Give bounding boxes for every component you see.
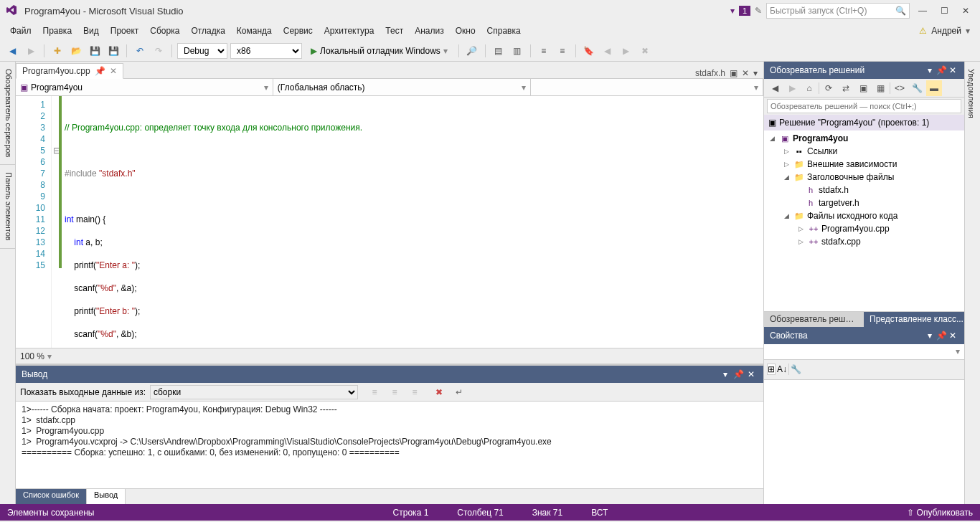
undo-button[interactable]: ↶ [132,43,148,59]
show-from-select[interactable]: сборки [150,385,358,399]
code-editor[interactable]: 123456789101112131415 ⊟ // Program4you.c… [16,96,763,348]
minimize-button[interactable]: — [914,3,931,19]
menu-edit[interactable]: Правка [37,24,78,38]
server-explorer-tab[interactable]: Обозреватель серверов [0,62,15,165]
menu-view[interactable]: Вид [77,24,105,38]
ext-deps-node[interactable]: ▷ 📁 Внешние зависимости [764,158,964,171]
publish-button[interactable]: ⇧ Опубликовать [907,508,973,518]
open-file-button[interactable]: 📂 [68,43,84,59]
pin-icon[interactable]: 📌 [95,66,105,76]
outdent-button[interactable]: ≡ [555,43,570,59]
preview-button[interactable]: ▬ [926,80,942,96]
menu-debug[interactable]: Отладка [185,24,230,38]
comment-button[interactable]: ▤ [491,43,507,59]
fwd-button[interactable]: ▶ [784,80,800,96]
hdr-folder-node[interactable]: ◢ 📁 Заголовочные файлы [764,171,964,184]
editor-tab-active[interactable]: Program4you.cpp 📌 ✕ [16,63,123,79]
refresh-button[interactable]: ⟳ [821,80,837,96]
categorize-button[interactable]: ⊞ [767,364,776,375]
expand-icon[interactable]: ▷ [784,161,791,168]
bookmark-button[interactable]: 🔖 [581,43,597,59]
hdr-file-node[interactable]: h targetver.h [764,196,964,209]
save-all-button[interactable]: 💾 [105,43,121,59]
find-button[interactable]: 🔎 [464,43,480,59]
bookmark-next-button[interactable]: ▶ [618,43,634,59]
expand-icon[interactable]: ◢ [770,135,777,142]
maximize-button[interactable]: ☐ [936,3,953,19]
goto-msg-button[interactable]: ≡ [407,385,423,399]
save-button[interactable]: 💾 [87,43,103,59]
panel-pin-icon[interactable]: 📌 [936,331,947,341]
sync-button[interactable]: ⇄ [838,80,854,96]
scope-combo[interactable]: ▣ Program4you ▾ [16,79,273,95]
nav-fwd-button[interactable]: ▶ [23,43,39,59]
home-button[interactable]: ⌂ [801,80,817,96]
func-combo[interactable]: ▾ [531,79,763,95]
bookmark-clear-button[interactable]: ✖ [637,43,653,59]
flag-icon[interactable]: ▾ [730,6,735,16]
feedback-icon[interactable]: ✎ [755,6,762,16]
cpp-file-node[interactable]: ▷ ++ stdafx.cpp [764,235,964,248]
goto-prev-button[interactable]: ≡ [367,385,382,399]
expand-icon[interactable]: ◢ [784,212,791,219]
expand-icon[interactable]: ▷ [798,238,806,245]
code-content[interactable]: // Program4you.cpp: определяет точку вхо… [62,96,763,348]
properties-button[interactable]: 🔧 [909,80,925,96]
show-all-button[interactable]: ▦ [872,80,888,96]
config-select[interactable]: Debug [177,43,227,59]
src-folder-node[interactable]: ◢ 📁 Файлы исходного кода [764,209,964,222]
output-body[interactable]: 1>------ Сборка начата: проект: Program4… [16,402,763,488]
menu-file[interactable]: Файл [4,24,37,38]
bookmark-prev-button[interactable]: ◀ [600,43,616,59]
goto-next-button[interactable]: ≡ [387,385,402,399]
expand-icon[interactable]: ▷ [798,225,806,232]
alpha-button[interactable]: A↓ [777,364,787,374]
promote-icon[interactable]: ▣ [730,68,738,78]
tab-error-list[interactable]: Список ошибок [16,489,87,504]
refs-node[interactable]: ▷ ▪▪ Ссылки [764,145,964,158]
menu-window[interactable]: Окно [450,24,481,38]
panel-close-icon[interactable]: ✕ [947,331,958,341]
view-code-button[interactable]: <> [892,80,908,96]
project-node[interactable]: ◢ ▣ Program4you [764,132,964,145]
expand-icon[interactable]: ◢ [784,174,791,181]
menu-test[interactable]: Тест [380,24,409,38]
redo-button[interactable]: ↷ [151,43,166,59]
menu-analyze[interactable]: Анализ [409,24,450,38]
output-close-icon[interactable]: ✕ [745,369,758,379]
tab-output[interactable]: Вывод [87,489,126,504]
nav-back-button[interactable]: ◀ [4,43,20,59]
output-pin-icon[interactable]: 📌 [732,369,745,379]
solution-line[interactable]: ▣ Решение "Program4you" (проектов: 1) [764,115,964,130]
start-debug-button[interactable]: ▶ Локальный отладчик Windows ▾ [305,43,453,59]
close-preview-icon[interactable]: ✕ [742,68,749,78]
panel-dropdown-icon[interactable]: ▾ [924,65,936,75]
uncomment-button[interactable]: ▥ [509,43,525,59]
hdr-file-node[interactable]: h stdafx.h [764,184,964,196]
clear-button[interactable]: ✖ [431,385,447,399]
close-button[interactable]: ✕ [957,3,974,19]
notifications-tab[interactable]: Уведомления [965,62,978,125]
user-name[interactable]: Андрей [931,26,961,36]
toolbox-tab[interactable]: Панель элементов [0,165,15,249]
new-project-button[interactable]: ✚ [50,43,65,59]
cpp-file-node[interactable]: ▷ ++ Program4you.cpp [764,222,964,235]
indent-button[interactable]: ≡ [536,43,552,59]
props-wrench-button[interactable]: 🔧 [791,364,801,374]
menu-team[interactable]: Команда [231,24,278,38]
tab-class-view[interactable]: Представление класс... [864,312,964,327]
menu-arch[interactable]: Архитектура [319,24,380,38]
menu-help[interactable]: Справка [481,24,527,38]
menu-build[interactable]: Сборка [144,24,185,38]
collapse-button[interactable]: ▣ [855,80,871,96]
notification-badge[interactable]: 1 [739,6,750,16]
member-combo[interactable]: (Глобальная область) ▾ [273,79,531,95]
tab-dropdown-icon[interactable]: ▾ [753,68,758,78]
tab-solution-explorer[interactable]: Обозреватель решен... [764,312,864,327]
wrap-button[interactable]: ↵ [451,385,467,399]
props-combo[interactable]: ▾ [764,344,964,360]
menu-tools[interactable]: Сервис [278,24,319,38]
menu-project[interactable]: Проект [105,24,145,38]
user-dropdown-icon[interactable]: ▾ [966,26,970,36]
platform-select[interactable]: x86 [230,43,302,59]
